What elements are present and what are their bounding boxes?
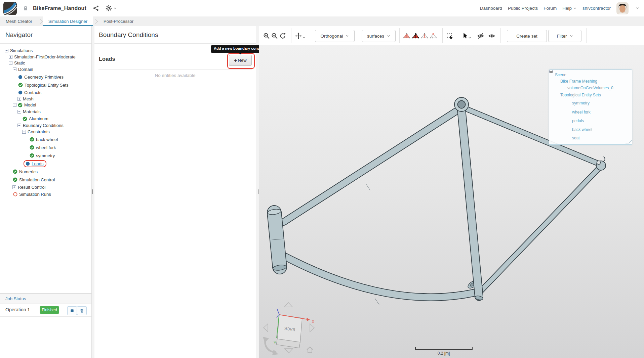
status-pending-icon bbox=[13, 192, 17, 196]
render-area[interactable]: BACK X Z Y Scene Bike Frame Meshing volu… bbox=[259, 45, 644, 358]
collapse-icon[interactable] bbox=[22, 130, 26, 134]
scene-item-bike-frame-meshing[interactable]: Bike Frame Meshing bbox=[549, 78, 632, 85]
nav-username[interactable]: shivcontractor bbox=[582, 6, 611, 11]
scene-item-seat[interactable]: seat bbox=[549, 134, 632, 142]
new-load-button[interactable]: + New bbox=[229, 55, 252, 66]
nav-item-simulation-firstorder-moderate[interactable]: Simulation-FirstOrder-Moderate bbox=[0, 54, 91, 60]
show-all-icon[interactable] bbox=[488, 33, 495, 39]
nav-item-domain[interactable]: Domain bbox=[0, 66, 91, 73]
visibility-eye-icon[interactable] bbox=[549, 70, 553, 74]
delete-job-button[interactable] bbox=[77, 306, 87, 315]
status-ok-icon bbox=[30, 137, 34, 142]
expand-icon[interactable] bbox=[17, 97, 21, 101]
nav-item-wheel-fork[interactable]: wheel fork bbox=[0, 143, 91, 151]
collapse-icon[interactable] bbox=[9, 61, 12, 65]
gear-icon[interactable] bbox=[106, 5, 112, 11]
mesh-node-icon[interactable] bbox=[430, 33, 437, 39]
tree-label: Topological Entity Sets bbox=[25, 83, 69, 88]
mesh-solid-icon[interactable] bbox=[403, 33, 410, 39]
chevron-down-icon[interactable] bbox=[468, 34, 472, 41]
avatar[interactable] bbox=[616, 2, 629, 14]
collapse-icon[interactable] bbox=[17, 124, 21, 127]
nav-item-simulation-runs[interactable]: Simulation Runs bbox=[0, 191, 91, 198]
nav-dashboard[interactable]: Dashboard bbox=[480, 6, 502, 11]
simscale-logo[interactable] bbox=[3, 2, 17, 15]
nav-item-boundary-conditions[interactable]: Boundary Conditions bbox=[0, 122, 91, 128]
tab-simulation-designer[interactable]: Simulation Designer bbox=[43, 16, 93, 26]
render-mode-dropdown[interactable]: surfaces bbox=[362, 30, 396, 42]
tab-mesh-creator[interactable]: Mesh Creator bbox=[0, 16, 38, 26]
create-set-button[interactable]: Create set bbox=[507, 30, 547, 42]
tree-label: symmetry bbox=[36, 153, 55, 158]
collapse-icon[interactable] bbox=[5, 49, 8, 52]
axis-x-label: X bbox=[312, 319, 315, 324]
pan-move-icon[interactable] bbox=[295, 33, 302, 39]
nav-item-aluminum[interactable]: Aluminum bbox=[0, 115, 91, 122]
mesh-quality-icon[interactable] bbox=[412, 33, 419, 39]
tree-label: Boundary Conditions bbox=[23, 123, 64, 128]
tree-label: Result Control bbox=[18, 185, 45, 190]
nav-item-materials[interactable]: Materials bbox=[0, 108, 91, 115]
zoom-in-icon[interactable] bbox=[263, 33, 270, 39]
nav-item-topological-entity-sets[interactable]: Topological Entity Sets bbox=[0, 81, 91, 89]
nav-forum[interactable]: Forum bbox=[544, 6, 557, 11]
nav-item-contacts[interactable]: Contacts bbox=[0, 89, 91, 96]
nav-item-geometry-primitives[interactable]: Geometry Primitives bbox=[0, 73, 91, 81]
toolbar-separator bbox=[500, 28, 501, 43]
tree-label: wheel fork bbox=[36, 145, 56, 150]
expand-icon[interactable] bbox=[12, 185, 16, 189]
job-status-panel: Job Status Operation 1 Finished bbox=[0, 293, 91, 358]
chevron-down-icon[interactable] bbox=[302, 34, 306, 41]
scene-item-volume[interactable]: volumeOnGeoVolumes_0 bbox=[549, 85, 632, 91]
tree-label: Domain bbox=[18, 67, 33, 72]
scene-item-back-wheel[interactable]: back wheel bbox=[549, 125, 632, 134]
nav-item-back-wheel[interactable]: back wheel bbox=[0, 135, 91, 143]
status-ok-icon bbox=[13, 169, 17, 174]
simulation-tree: Simulations Simulation-FirstOrder-Modera… bbox=[0, 47, 91, 198]
chevron-down-icon bbox=[387, 34, 390, 38]
status-ok-icon bbox=[30, 145, 34, 150]
chevron-down-icon bbox=[346, 34, 349, 38]
stop-job-button[interactable] bbox=[67, 306, 77, 315]
scene-item-scene[interactable]: Scene bbox=[549, 72, 632, 78]
scene-item-wheel-fork[interactable]: wheel fork bbox=[549, 107, 632, 117]
nav-item-result-control[interactable]: Result Control bbox=[0, 184, 91, 191]
status-ok-icon bbox=[30, 153, 34, 158]
nav-help[interactable]: Help bbox=[562, 6, 577, 11]
job-row: Operation 1 Finished bbox=[0, 304, 91, 317]
nav-item-simulation-control[interactable]: Simulation Control bbox=[0, 176, 91, 184]
divider-handle-icon[interactable] bbox=[92, 189, 94, 194]
share-icon[interactable] bbox=[93, 5, 99, 11]
nav-item-symmetry[interactable]: symmetry bbox=[0, 151, 91, 160]
chevron-down-icon[interactable] bbox=[636, 6, 639, 10]
tree-label: Aluminum bbox=[29, 116, 48, 121]
nav-item-numerics[interactable]: Numerics bbox=[0, 168, 91, 176]
scene-item-topological-entity-sets[interactable]: Topological Entity Sets bbox=[549, 91, 632, 99]
expand-icon[interactable] bbox=[9, 55, 12, 59]
zoom-out-icon[interactable] bbox=[271, 33, 278, 39]
plus-icon: + bbox=[234, 58, 237, 63]
mesh-clip-icon[interactable] bbox=[421, 33, 428, 39]
chevron-down-icon[interactable] bbox=[113, 6, 117, 10]
box-select-icon[interactable] bbox=[446, 33, 453, 39]
tab-post-processor[interactable]: Post-Processor bbox=[98, 16, 139, 26]
filter-dropdown[interactable]: Filter bbox=[548, 30, 581, 42]
divider-handle-icon[interactable] bbox=[257, 189, 258, 194]
nav-item-loads[interactable]: Loads bbox=[0, 160, 91, 168]
projection-dropdown[interactable]: Orthogonal bbox=[315, 30, 355, 42]
nav-item-static[interactable]: Static bbox=[0, 60, 91, 66]
reset-view-icon[interactable] bbox=[279, 33, 286, 39]
scene-item-symmetry[interactable]: symmetry bbox=[549, 99, 632, 107]
collapse-icon[interactable] bbox=[13, 103, 16, 107]
nav-item-simulations[interactable]: Simulations bbox=[0, 47, 91, 54]
hide-selection-icon[interactable] bbox=[477, 33, 484, 39]
nav-item-mesh[interactable]: Mesh bbox=[0, 96, 91, 102]
toolbar-separator bbox=[310, 28, 310, 43]
collapse-icon[interactable] bbox=[13, 68, 16, 71]
collapse-icon[interactable] bbox=[17, 110, 21, 114]
nav-item-model[interactable]: Model bbox=[0, 102, 91, 108]
nav-item-constraints[interactable]: Constraints bbox=[0, 128, 91, 135]
nav-cube-widget[interactable]: BACK X Z Y bbox=[263, 303, 315, 355]
nav-public-projects[interactable]: Public Projects bbox=[508, 6, 538, 11]
scene-item-pedals[interactable]: pedals bbox=[549, 117, 632, 125]
